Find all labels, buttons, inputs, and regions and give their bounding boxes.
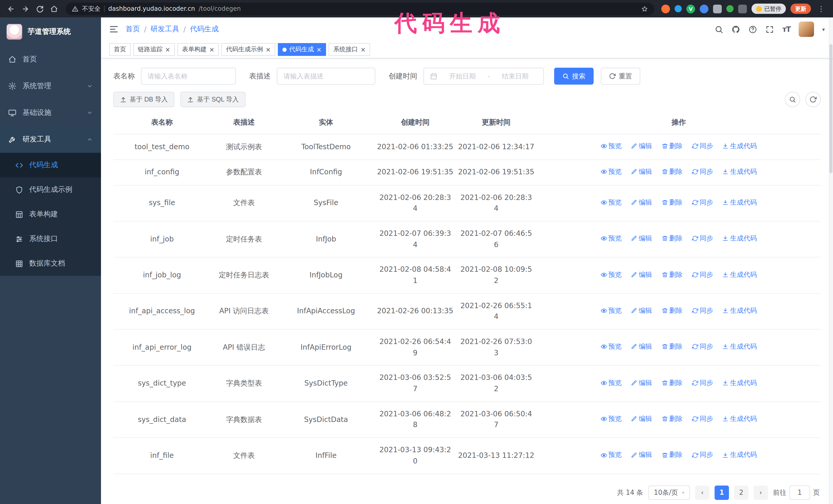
- table-name-input[interactable]: [148, 72, 229, 80]
- sync-link[interactable]: 同步: [692, 167, 713, 177]
- edit-link[interactable]: 编辑: [631, 414, 652, 424]
- generate-code-link[interactable]: 生成代码: [722, 269, 757, 280]
- table-desc-input[interactable]: [284, 72, 368, 80]
- search-button[interactable]: 搜索: [554, 68, 594, 85]
- table-row[interactable]: inf_file 文件表 InfFile 2021-03-13 09:43:2 …: [113, 438, 821, 474]
- sidebar-item-form-builder[interactable]: 表单构建: [0, 202, 101, 226]
- table-row[interactable]: sys_dict_type 字典类型表 SysDictType 2021-03-…: [113, 365, 821, 402]
- avatar[interactable]: [799, 22, 814, 37]
- generate-code-link[interactable]: 生成代码: [722, 342, 757, 352]
- breadcrumb-dev-tools[interactable]: 研发工具: [150, 25, 179, 34]
- table-row[interactable]: inf_job 定时任务表 InfJob 2021-02-07 06:39:3 …: [113, 221, 821, 257]
- update-button[interactable]: 更新: [790, 4, 811, 14]
- delete-link[interactable]: 删除: [662, 378, 683, 388]
- reset-button[interactable]: 重置: [601, 68, 640, 85]
- import-db-button[interactable]: 基于 DB 导入: [113, 92, 174, 107]
- generate-code-link[interactable]: 生成代码: [722, 378, 757, 388]
- preview-link[interactable]: 预览: [600, 233, 622, 243]
- security-label[interactable]: 不安全: [82, 4, 100, 13]
- table-row[interactable]: sys_dict_data 字典数据表 SysDictData 2021-03-…: [113, 402, 821, 438]
- refresh-table-button[interactable]: [805, 92, 821, 107]
- bookmark-star-icon[interactable]: [641, 5, 648, 12]
- extension-icon[interactable]: [661, 4, 670, 13]
- github-icon[interactable]: [732, 25, 740, 33]
- delete-link[interactable]: 删除: [662, 141, 683, 151]
- close-icon[interactable]: ×: [361, 46, 366, 52]
- table-row[interactable]: inf_config 参数配置表 InfConfig 2021-02-06 19…: [113, 160, 821, 185]
- close-icon[interactable]: ×: [316, 46, 322, 52]
- generate-code-link[interactable]: 生成代码: [722, 197, 757, 208]
- preview-link[interactable]: 预览: [600, 269, 622, 280]
- page-size-select[interactable]: 10条/页 ▾: [648, 485, 690, 500]
- table-row[interactable]: inf_job_log 定时任务日志表 InfJobLog 2021-02-08…: [113, 257, 821, 293]
- close-icon[interactable]: ×: [265, 46, 271, 52]
- scrollbar-track[interactable]: [829, 18, 833, 504]
- delete-link[interactable]: 删除: [662, 342, 683, 352]
- edit-link[interactable]: 编辑: [631, 141, 652, 151]
- tag-system-api[interactable]: 系统接口×: [329, 43, 371, 56]
- delete-link[interactable]: 删除: [662, 414, 683, 424]
- delete-link[interactable]: 删除: [662, 167, 683, 177]
- edit-link[interactable]: 编辑: [631, 233, 652, 243]
- generate-code-link[interactable]: 生成代码: [722, 414, 757, 424]
- sidebar-item-code-generation[interactable]: 代码生成: [0, 153, 101, 177]
- edit-link[interactable]: 编辑: [631, 197, 652, 208]
- generate-code-link[interactable]: 生成代码: [722, 306, 757, 316]
- table-row[interactable]: inf_api_access_log API 访问日志表 InfApiAcces…: [113, 293, 821, 330]
- close-icon[interactable]: ×: [165, 46, 170, 52]
- sync-link[interactable]: 同步: [692, 197, 713, 208]
- tag-code-generation-example[interactable]: 代码生成示例×: [221, 43, 275, 56]
- date-start-placeholder[interactable]: 开始日期: [441, 72, 484, 81]
- close-icon[interactable]: ×: [209, 46, 214, 52]
- preview-link[interactable]: 预览: [600, 197, 622, 208]
- table-row[interactable]: tool_test_demo 测试示例表 ToolTestDemo 2021-0…: [113, 134, 821, 160]
- font-size-icon[interactable]: ᴛT: [783, 25, 790, 33]
- delete-link[interactable]: 删除: [662, 306, 683, 316]
- prev-page-button[interactable]: ‹: [695, 485, 710, 500]
- generate-code-link[interactable]: 生成代码: [722, 141, 757, 151]
- preview-link[interactable]: 预览: [600, 378, 622, 388]
- goto-page-input[interactable]: [789, 485, 810, 500]
- browser-forward-button[interactable]: [19, 2, 32, 16]
- tag-link-trace[interactable]: 链路追踪×: [133, 43, 175, 56]
- help-icon[interactable]: [749, 25, 757, 33]
- generate-code-link[interactable]: 生成代码: [722, 450, 757, 460]
- sidebar-item-dev-tools[interactable]: 研发工具: [0, 126, 101, 153]
- preview-link[interactable]: 预览: [600, 306, 622, 316]
- breadcrumb-home[interactable]: 首页: [125, 25, 140, 34]
- sidebar-item-infrastructure[interactable]: 基础设施: [0, 99, 101, 126]
- breadcrumb-code-generation[interactable]: 代码生成: [190, 25, 219, 34]
- sync-link[interactable]: 同步: [692, 342, 713, 352]
- browser-menu-icon[interactable]: ⋮: [815, 5, 827, 13]
- preview-link[interactable]: 预览: [600, 342, 622, 352]
- edit-link[interactable]: 编辑: [631, 378, 652, 388]
- delete-link[interactable]: 删除: [662, 197, 683, 208]
- extension-icon[interactable]: [727, 5, 734, 12]
- edit-link[interactable]: 编辑: [631, 167, 652, 177]
- page-button-1[interactable]: 1: [715, 485, 729, 500]
- sidebar-item-system-management[interactable]: 系统管理: [0, 73, 101, 99]
- sync-link[interactable]: 同步: [692, 233, 713, 243]
- edit-link[interactable]: 编辑: [631, 450, 652, 460]
- edit-link[interactable]: 编辑: [631, 342, 652, 352]
- sync-link[interactable]: 同步: [692, 414, 713, 424]
- sync-link[interactable]: 同步: [692, 269, 713, 280]
- preview-link[interactable]: 预览: [600, 450, 622, 460]
- preview-link[interactable]: 预览: [600, 141, 622, 151]
- sidebar-item-code-generation-example[interactable]: 代码生成示例: [0, 177, 101, 202]
- extension-icon[interactable]: [700, 4, 709, 13]
- browser-back-button[interactable]: [4, 2, 18, 16]
- delete-link[interactable]: 删除: [662, 233, 683, 243]
- scrollbar-thumb[interactable]: [829, 44, 832, 173]
- preview-link[interactable]: 预览: [600, 414, 622, 424]
- delete-link[interactable]: 删除: [662, 450, 683, 460]
- sidebar-item-home[interactable]: 首页: [0, 46, 101, 73]
- preview-link[interactable]: 预览: [600, 167, 622, 177]
- tag-code-generation[interactable]: 代码生成×: [278, 43, 326, 56]
- sync-link[interactable]: 同步: [692, 306, 713, 316]
- generate-code-link[interactable]: 生成代码: [722, 233, 757, 243]
- sidebar-item-system-api[interactable]: 系统接口: [0, 226, 101, 251]
- sidebar-toggle-button[interactable]: [109, 25, 118, 34]
- sync-link[interactable]: 同步: [692, 141, 713, 151]
- page-button-2[interactable]: 2: [734, 485, 748, 500]
